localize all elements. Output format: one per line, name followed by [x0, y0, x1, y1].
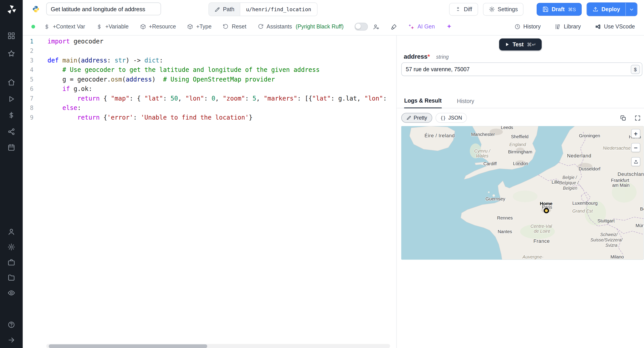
- windmill-logo-icon[interactable]: [6, 4, 17, 15]
- code-line[interactable]: g = geocoder.osm(address) # Using OpenSt…: [48, 75, 390, 84]
- insert-variable-button[interactable]: $: [631, 65, 640, 74]
- scrollbar-thumb[interactable]: [49, 344, 207, 348]
- code-line[interactable]: import geocoder: [48, 37, 390, 46]
- json-view-button[interactable]: {} JSON: [435, 113, 467, 123]
- add-type-label: +Type: [196, 24, 212, 30]
- workers-briefcase-icon[interactable]: [6, 257, 16, 267]
- code-token: [58, 57, 62, 64]
- add-type-button[interactable]: +Type: [187, 24, 212, 30]
- map-label: London: [513, 161, 528, 166]
- variables-dollar-icon[interactable]: [6, 110, 16, 120]
- address-input[interactable]: [401, 63, 642, 76]
- deploy-button[interactable]: Deploy: [587, 3, 626, 16]
- code-line[interactable]: else:: [48, 103, 390, 113]
- map-label: Leeds: [501, 126, 513, 130]
- paintbrush-icon: [391, 23, 397, 30]
- result-map[interactable]: LeedsÉire / IrelandManchesterSheffieldGr…: [401, 126, 644, 260]
- code-token: 50: [170, 95, 178, 102]
- add-resource-button[interactable]: +Resource: [140, 24, 176, 30]
- tab-history[interactable]: History: [457, 98, 474, 108]
- schedules-calendar-icon[interactable]: [6, 142, 16, 152]
- pen-icon: [406, 115, 411, 120]
- map-label: France: [533, 238, 550, 244]
- home-icon[interactable]: [6, 77, 16, 87]
- code-token: # Using OpenStreetMap provider: [163, 76, 275, 83]
- code-token: ,: [256, 95, 264, 102]
- map-label: Sheffield: [511, 134, 528, 139]
- expand-result-button[interactable]: [634, 115, 641, 121]
- code-token: (: [77, 57, 81, 64]
- account-user-icon[interactable]: [6, 227, 16, 237]
- runs-play-icon[interactable]: [6, 94, 16, 104]
- line-number: 3: [23, 56, 34, 65]
- map-label: Svizra: [605, 243, 618, 248]
- code-line[interactable]: # Use geocoder to get the latitude and l…: [48, 65, 390, 75]
- add-context-var-button[interactable]: +Context Var: [44, 24, 85, 30]
- library-button[interactable]: Library: [555, 24, 581, 30]
- code-token: "lat": [312, 95, 331, 102]
- line-number: 5: [23, 75, 34, 84]
- test-label: Test: [512, 41, 524, 48]
- favorites-star-icon[interactable]: [6, 48, 16, 58]
- map-label: Lille: [552, 179, 560, 184]
- history-button[interactable]: History: [514, 24, 541, 30]
- map-label: England: [510, 142, 526, 147]
- use-vscode-label: Use VScode: [604, 24, 635, 30]
- collapse-arrow-icon[interactable]: [6, 335, 16, 345]
- map-marker[interactable]: [544, 208, 549, 213]
- code-token: return: [77, 114, 100, 121]
- editor-gutter: 123456789: [23, 37, 34, 122]
- ai-quick-button[interactable]: [446, 23, 452, 30]
- apps-grid-icon[interactable]: [6, 31, 16, 41]
- pretty-view-button[interactable]: Pretty: [401, 113, 432, 123]
- test-button[interactable]: Test ⌘↵: [499, 39, 542, 51]
- map-label: Home: [540, 201, 552, 206]
- deploy-dropdown-button[interactable]: [626, 3, 637, 16]
- dollar-icon: [96, 24, 102, 30]
- ai-gen-button[interactable]: AI Gen: [408, 24, 435, 30]
- library-label: Library: [564, 24, 581, 30]
- map-label: Wales: [476, 153, 488, 158]
- code-area[interactable]: import geocoder def main(address: str) -…: [48, 37, 390, 338]
- format-brush-button[interactable]: [391, 23, 397, 30]
- copy-result-button[interactable]: [620, 115, 626, 121]
- map-fit-extent-button[interactable]: [631, 157, 640, 166]
- code-token: : g.lon}]}}: [383, 95, 390, 102]
- reset-button[interactable]: Reset: [223, 24, 246, 30]
- folders-folder-icon[interactable]: [6, 273, 16, 282]
- code-token: address: [126, 76, 152, 83]
- code-token: [48, 114, 77, 121]
- code-token: [48, 104, 62, 111]
- add-variable-button[interactable]: +Variable: [96, 24, 128, 30]
- settings-button[interactable]: Settings: [483, 3, 524, 16]
- map-zoom-in-button[interactable]: +: [631, 129, 640, 138]
- use-vscode-button[interactable]: Use VScode: [595, 24, 635, 30]
- code-line[interactable]: return {'error': 'Unable to find the loc…: [48, 113, 390, 122]
- code-line[interactable]: return { "map": { "lat": 50, "lon": 0, "…: [48, 94, 390, 103]
- diff-button[interactable]: Diff: [449, 3, 478, 16]
- code-line[interactable]: def main(address: str) -> dict:: [48, 56, 390, 65]
- package-icon: [140, 24, 146, 30]
- map-label: Manchester: [471, 132, 495, 137]
- settings-gear-icon[interactable]: [6, 242, 16, 252]
- sparkle-icon: [446, 23, 452, 30]
- help-circle-icon[interactable]: [6, 319, 16, 329]
- map-label: Birmingham: [508, 149, 532, 154]
- map-label: am Main: [612, 183, 630, 188]
- add-user-button[interactable]: [373, 23, 380, 30]
- tab-logs-result[interactable]: Logs & Result: [404, 98, 442, 108]
- assistants-button[interactable]: Assistants (Pyright Black Ruff): [258, 24, 344, 30]
- multiplayer-toggle[interactable]: [355, 23, 368, 31]
- code-line[interactable]: if g.ok:: [48, 84, 390, 94]
- script-title-input[interactable]: [46, 3, 161, 15]
- code-token: :: [163, 95, 170, 102]
- audit-eye-icon[interactable]: [6, 288, 16, 298]
- draft-button[interactable]: Draft ⌘S: [537, 3, 582, 16]
- draft-shortcut: ⌘S: [568, 7, 576, 12]
- map-zoom-out-button[interactable]: −: [631, 143, 640, 152]
- ai-sparkles-icon: [408, 24, 414, 30]
- edit-path-button[interactable]: Path: [209, 3, 240, 16]
- resources-share-icon[interactable]: [6, 126, 16, 136]
- code-line[interactable]: [48, 46, 390, 56]
- horizontal-scrollbar[interactable]: [46, 344, 390, 348]
